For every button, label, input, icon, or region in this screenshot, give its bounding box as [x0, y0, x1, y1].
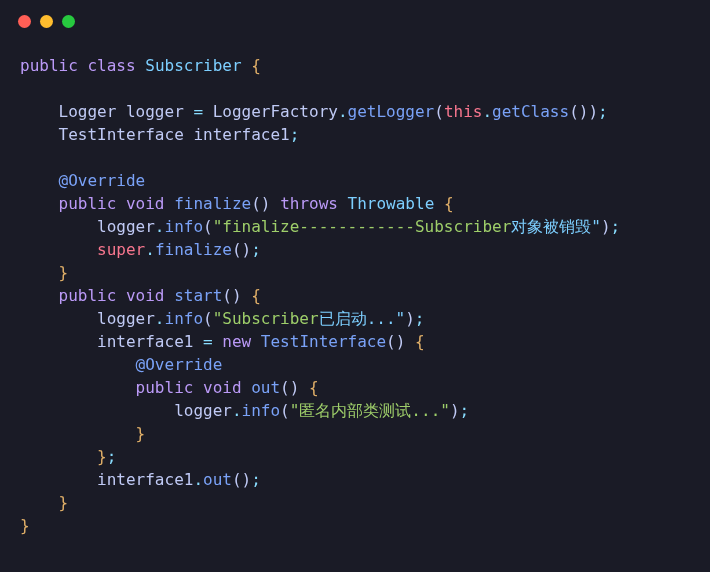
maximize-icon[interactable]: [62, 15, 75, 28]
keyword-this: this: [444, 102, 483, 121]
method-call: info: [242, 401, 281, 420]
string-literal: 对象被销毁": [511, 217, 601, 236]
annotation: @Override: [136, 355, 223, 374]
string-literal: "Subscriber: [213, 309, 319, 328]
annotation: @Override: [59, 171, 146, 190]
class-name: Subscriber: [145, 56, 241, 75]
identifier: interface1: [97, 332, 193, 351]
keyword-new: new: [222, 332, 251, 351]
type: TestInterface: [261, 332, 386, 351]
keyword-public: public: [59, 286, 117, 305]
method-call: finalize: [155, 240, 232, 259]
identifier: interface1: [97, 470, 193, 489]
method-name: finalize: [174, 194, 251, 213]
minimize-icon[interactable]: [40, 15, 53, 28]
identifier: logger: [174, 401, 232, 420]
type: TestInterface: [59, 125, 184, 144]
keyword-void: void: [126, 286, 165, 305]
keyword-throws: throws: [280, 194, 338, 213]
method-name: start: [174, 286, 222, 305]
window-titlebar: [0, 0, 710, 42]
method-call: out: [203, 470, 232, 489]
code-editor[interactable]: public class Subscriber { Logger logger …: [0, 42, 710, 557]
identifier: interface1: [193, 125, 289, 144]
keyword-super: super: [97, 240, 145, 259]
type: Logger: [59, 102, 117, 121]
keyword-public: public: [136, 378, 194, 397]
string-literal: "finalize------------Subscriber: [213, 217, 512, 236]
keyword-void: void: [203, 378, 242, 397]
brace: {: [251, 56, 261, 75]
identifier: logger: [126, 102, 184, 121]
string-literal: "匿名内部类测试...": [290, 401, 450, 420]
keyword-public: public: [59, 194, 117, 213]
keyword-class: class: [87, 56, 135, 75]
keyword-public: public: [20, 56, 78, 75]
method-call: getLogger: [348, 102, 435, 121]
string-literal: 已启动...": [319, 309, 406, 328]
method-name: out: [251, 378, 280, 397]
type: Throwable: [348, 194, 435, 213]
keyword-void: void: [126, 194, 165, 213]
identifier: logger: [97, 309, 155, 328]
method-call: info: [165, 217, 204, 236]
identifier: logger: [97, 217, 155, 236]
close-icon[interactable]: [18, 15, 31, 28]
method-call: info: [165, 309, 204, 328]
method-call: getClass: [492, 102, 569, 121]
identifier: LoggerFactory: [213, 102, 338, 121]
